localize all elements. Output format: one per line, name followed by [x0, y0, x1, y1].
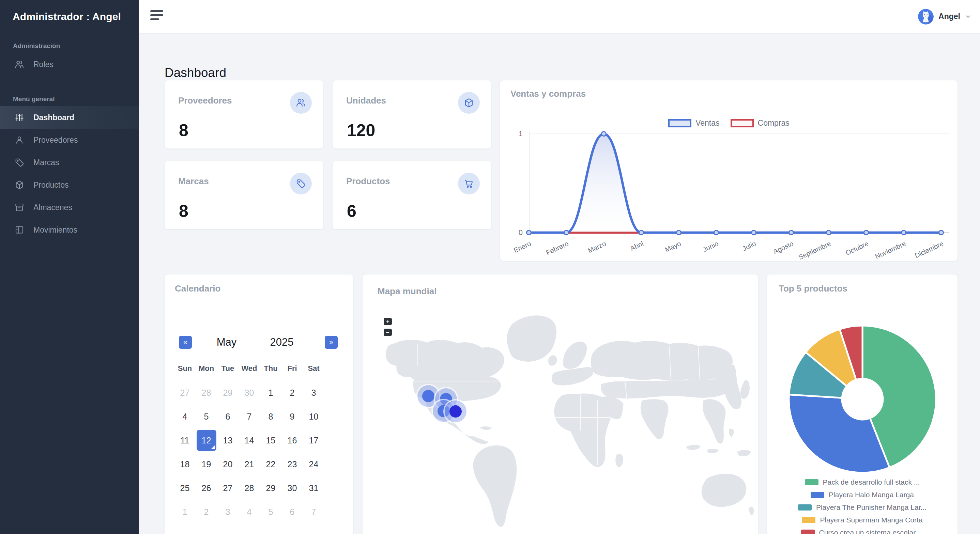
calendar-day[interactable]: 24 [303, 452, 325, 476]
calendar-day[interactable]: 14 [239, 428, 260, 452]
calendar-day[interactable]: 29 [217, 381, 239, 405]
x-tick-label: Agosto [772, 240, 795, 256]
top5-title: Top 5 productos [779, 283, 848, 294]
calendar-day[interactable]: 23 [282, 452, 303, 476]
calendar-day-number: 30 [240, 382, 259, 403]
calendar-day[interactable]: 10 [303, 405, 325, 428]
calendar-day[interactable]: 30 [282, 476, 303, 500]
calendar-day[interactable]: 4 [239, 500, 260, 524]
legend-item-compras[interactable]: Compras [730, 119, 789, 128]
sidebar-item-proveedores[interactable]: Proveedores [0, 129, 139, 151]
calendar-day-number: 24 [304, 454, 324, 475]
calendar-day[interactable]: 27 [174, 381, 196, 405]
calendar-day[interactable]: 18 [174, 452, 196, 476]
calendar-day[interactable]: 31 [303, 476, 325, 500]
calendar-year[interactable]: 2025 [254, 336, 310, 348]
cube-icon [14, 180, 24, 190]
stat-card-unidades: Unidades120 [332, 80, 492, 148]
calendar-next-button[interactable]: » [325, 336, 338, 349]
calendar-day[interactable]: 2 [282, 381, 303, 405]
calendar-day-header: Tue [217, 362, 239, 375]
user-menu[interactable]: Angel [918, 0, 971, 33]
sidebar-item-roles[interactable]: Roles [0, 53, 139, 76]
calendar-day-number: 7 [240, 406, 259, 427]
map-marker-dark[interactable] [445, 400, 466, 422]
calendar-day[interactable]: 3 [217, 500, 239, 524]
legend-label: Pack de desarrollo full stack ... [823, 478, 920, 486]
top5-legend-item[interactable]: Playera Superman Manga Corta [802, 516, 923, 524]
calendar-day[interactable]: 27 [217, 476, 239, 500]
calendar-day-number: 10 [304, 406, 324, 427]
calendar-day[interactable]: 2 [196, 500, 217, 524]
calendar-day[interactable]: 30 [239, 381, 260, 405]
calendar-day-number: 2 [283, 382, 302, 403]
calendar-day-number: 14 [240, 430, 259, 451]
calendar-prev-button[interactable]: « [179, 336, 192, 349]
top5-legend-item[interactable]: Playera The Punisher Manga Lar... [798, 503, 926, 512]
calendar-day[interactable]: 3 [303, 381, 325, 405]
calendar-day[interactable]: 6 [217, 405, 239, 428]
legend-item-ventas[interactable]: Ventas [668, 119, 719, 128]
tag-icon [290, 173, 312, 194]
calendar-day-number: 1 [175, 501, 195, 523]
sidebar-item-movimientos[interactable]: Movimientos [0, 219, 139, 241]
calendar-day[interactable]: 4 [174, 405, 196, 428]
sidebar-item-marcas[interactable]: Marcas [0, 151, 139, 174]
calendar-day-number: 22 [261, 454, 281, 475]
calendar-grid: 2728293012345678910111213141516171819202… [174, 381, 325, 524]
top5-legend-item[interactable]: Curso crea un sistema escolar ... [801, 529, 924, 534]
legend-swatch [801, 529, 815, 534]
sales-chart-legend: VentasCompras [500, 119, 958, 128]
calendar-day[interactable]: 29 [260, 476, 282, 500]
legend-label: Ventas [695, 119, 719, 128]
legend-label: Playera Superman Manga Corta [820, 516, 923, 524]
sidebar-item-label: Almacenes [33, 203, 72, 212]
calendar-month[interactable]: May [199, 336, 255, 348]
calendar-day[interactable]: 5 [260, 500, 282, 524]
map-zoom-out-button[interactable]: − [384, 329, 392, 336]
top5-legend-item[interactable]: Playera Halo Manga Larga [811, 491, 914, 499]
cart-icon [458, 173, 480, 194]
calendar-day[interactable]: 22 [260, 452, 282, 476]
calendar-day-selected[interactable]: 12 [196, 428, 217, 452]
calendar-day-header: Mon [196, 362, 217, 375]
calendar-day-number: 8 [261, 406, 281, 427]
x-tick-label: Noviembre [874, 240, 907, 261]
calendar-title: Calendario [175, 283, 221, 294]
calendar-day[interactable]: 21 [239, 452, 260, 476]
calendar-day[interactable]: 5 [196, 405, 217, 428]
calendar-day[interactable]: 28 [196, 381, 217, 405]
calendar-day[interactable]: 16 [282, 428, 303, 452]
calendar-day[interactable]: 11 [174, 428, 196, 452]
calendar-day[interactable]: 25 [174, 476, 196, 500]
world-map[interactable] [363, 295, 758, 534]
calendar-day[interactable]: 13 [217, 428, 239, 452]
sidebar-item-label: Movimientos [33, 226, 77, 235]
calendar-day[interactable]: 20 [217, 452, 239, 476]
calendar-day[interactable]: 28 [239, 476, 260, 500]
calendar-day[interactable]: 1 [260, 381, 282, 405]
calendar-day[interactable]: 1 [174, 500, 196, 524]
map-zoom-in-button[interactable]: + [384, 318, 392, 325]
calendar-day[interactable]: 7 [303, 500, 325, 524]
calendar-day[interactable]: 9 [282, 405, 303, 428]
calendar-day[interactable]: 19 [196, 452, 217, 476]
calendar-day[interactable]: 6 [282, 500, 303, 524]
calendar-day[interactable]: 17 [303, 428, 325, 452]
calendar-day[interactable]: 8 [260, 405, 282, 428]
calendar-day-number: 19 [197, 454, 216, 475]
calendar-day[interactable]: 7 [239, 405, 260, 428]
x-tick-label: Julio [741, 240, 757, 252]
calendar-day[interactable]: 15 [260, 428, 282, 452]
cube-icon [458, 92, 480, 114]
x-tick-label: Junio [702, 240, 720, 253]
sidebar-item-dashboard[interactable]: Dashboard [0, 106, 139, 129]
sidebar-item-productos[interactable]: Productos [0, 174, 139, 196]
sidebar-item-almacenes[interactable]: Almacenes [0, 196, 139, 219]
top5-legend-item[interactable]: Pack de desarrollo full stack ... [805, 478, 920, 486]
hamburger-menu-icon[interactable] [150, 10, 164, 23]
calendar-day[interactable]: 26 [196, 476, 217, 500]
calendar-day-number: 20 [218, 454, 238, 475]
x-tick-label: Septiembre [797, 240, 832, 261]
sidebar-item-label: Productos [33, 181, 69, 190]
